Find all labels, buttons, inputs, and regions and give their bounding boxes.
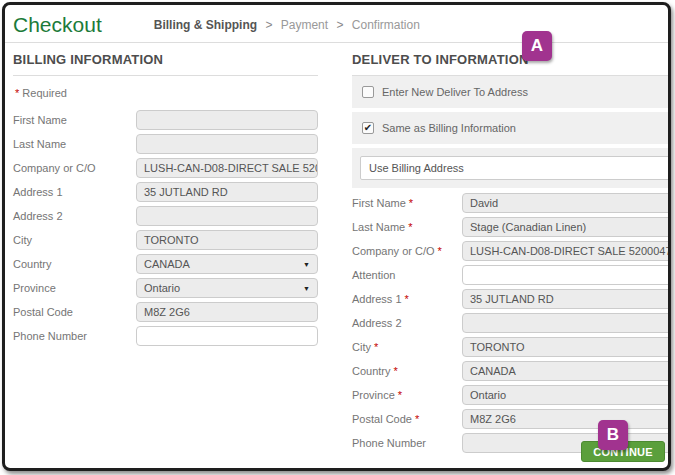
select-caret-icon: ▼ [303, 261, 310, 268]
billing-section: BILLING INFORMATION * Required First Nam… [13, 43, 318, 457]
required-asterisk: * [435, 245, 442, 257]
address-1-value: 35 JUTLAND RD [144, 186, 228, 198]
first-name-label: First Name [13, 114, 136, 126]
form-row: Address 1 *35 JUTLAND RD [352, 289, 671, 309]
required-asterisk: * [371, 341, 378, 353]
form-row: Last Name *Stage (Canadian Linen) [352, 217, 671, 237]
use-billing-address-select[interactable]: Use Billing Address ▾ [360, 156, 671, 180]
required-note-text: Required [22, 87, 67, 99]
required-asterisk: * [412, 413, 419, 425]
postal-code-input[interactable]: M8Z 2G6 [136, 302, 318, 322]
province-select[interactable]: Ontario▼ [462, 385, 671, 405]
form-row: CityTORONTO [13, 230, 318, 250]
form-row: City *TORONTO [352, 337, 671, 357]
form-row: Last Name [13, 134, 318, 154]
checkout-page: Checkout Billing & Shipping > Payment > … [2, 2, 671, 471]
form-row: Company or C/O *LUSH-CAN-D08-DIRECT SALE… [352, 241, 671, 261]
form-row: First Name *David [352, 193, 671, 213]
form-row: Province *Ontario▼ [352, 385, 671, 405]
billing-address-select-wrap: Use Billing Address ▾ [352, 148, 671, 188]
billing-heading: BILLING INFORMATION [13, 52, 318, 67]
country-select[interactable]: CANADA▼ [462, 361, 671, 381]
form-row: Attention [352, 265, 671, 285]
province-label: Province [13, 282, 136, 294]
address-1-value: 35 JUTLAND RD [470, 293, 554, 305]
required-asterisk: * [395, 389, 402, 401]
breadcrumb-separator: > [336, 18, 343, 32]
chevron-down-icon: ▾ [670, 163, 671, 173]
page-title: Checkout [13, 13, 102, 37]
company-or-c-o-input[interactable]: LUSH-CAN-D08-DIRECT SALE 520004719 [136, 158, 318, 178]
breadcrumb-payment[interactable]: Payment [281, 18, 328, 32]
required-asterisk: * [391, 365, 398, 377]
form-row: Address 2 [352, 313, 671, 333]
postal-code-label: Postal Code [13, 306, 136, 318]
form-row: Country *CANADA▼ [352, 361, 671, 381]
form-row: Address 2 [13, 206, 318, 226]
company-or-c-o-label: Company or C/O * [352, 245, 462, 257]
city-label: City * [352, 341, 462, 353]
company-or-c-o-value: LUSH-CAN-D08-DIRECT SALE 520004719 [470, 245, 671, 257]
first-name-input[interactable] [136, 110, 318, 130]
country-select[interactable]: CANADA▼ [136, 254, 318, 274]
country-label: Country * [352, 365, 462, 377]
same-as-billing-option[interactable]: ✔ Same as Billing Information [352, 112, 671, 144]
phone-number-label: Phone Number [13, 330, 136, 342]
country-label: Country [13, 258, 136, 270]
phone-number-label: Phone Number [352, 437, 462, 449]
last-name-input[interactable]: Stage (Canadian Linen) [462, 217, 671, 237]
form-row: Phone Number [13, 326, 318, 346]
form-row: Address 135 JUTLAND RD [13, 182, 318, 202]
form-row: ProvinceOntario▼ [13, 278, 318, 298]
last-name-input[interactable] [136, 134, 318, 154]
country-value: CANADA [470, 365, 516, 377]
select-caret-icon: ▼ [303, 285, 310, 292]
deliver-section: DELIVER TO INFORMATION Enter New Deliver… [352, 43, 671, 457]
phone-number-input[interactable] [136, 326, 318, 346]
city-input[interactable]: TORONTO [462, 337, 671, 357]
company-or-c-o-input[interactable]: LUSH-CAN-D08-DIRECT SALE 520004719 [462, 241, 671, 261]
same-as-billing-checkbox[interactable]: ✔ [362, 122, 374, 134]
annotation-a-badge: A [522, 31, 552, 61]
country-value: CANADA [144, 258, 190, 270]
address-2-label: Address 2 [352, 317, 462, 329]
last-name-label: Last Name [13, 138, 136, 150]
section-divider [13, 75, 318, 76]
breadcrumb-confirmation[interactable]: Confirmation [352, 18, 420, 32]
address-1-label: Address 1 * [352, 293, 462, 305]
annotation-b-badge: B [598, 420, 628, 450]
company-or-c-o-value: LUSH-CAN-D08-DIRECT SALE 520004719 [144, 162, 318, 174]
last-name-label: Last Name * [352, 221, 462, 233]
province-select[interactable]: Ontario▼ [136, 278, 318, 298]
deliver-heading: DELIVER TO INFORMATION [352, 52, 671, 67]
address-1-input[interactable]: 35 JUTLAND RD [462, 289, 671, 309]
first-name-input[interactable]: David [462, 193, 671, 213]
province-value: Ontario [470, 389, 506, 401]
required-note: * Required [15, 87, 318, 99]
first-name-value: David [470, 197, 498, 209]
city-label: City [13, 234, 136, 246]
enter-new-address-label: Enter New Deliver To Address [382, 86, 528, 98]
city-value: TORONTO [470, 341, 525, 353]
address-2-input[interactable] [136, 206, 318, 226]
company-or-c-o-label: Company or C/O [13, 162, 136, 174]
form-row: First Name [13, 110, 318, 130]
breadcrumb: Billing & Shipping > Payment > Confirmat… [154, 18, 420, 32]
address-2-label: Address 2 [13, 210, 136, 222]
page-header: Checkout Billing & Shipping > Payment > … [13, 13, 660, 37]
address-2-input[interactable] [462, 313, 671, 333]
province-label: Province * [352, 389, 462, 401]
province-value: Ontario [144, 282, 180, 294]
enter-new-address-option[interactable]: Enter New Deliver To Address [352, 76, 671, 108]
enter-new-address-checkbox[interactable] [362, 86, 374, 98]
address-1-input[interactable]: 35 JUTLAND RD [136, 182, 318, 202]
postal-code-value: M8Z 2G6 [470, 413, 516, 425]
city-input[interactable]: TORONTO [136, 230, 318, 250]
deliver-fields: First Name *DavidLast Name *Stage (Canad… [352, 193, 671, 453]
required-asterisk: * [402, 293, 409, 305]
postal-code-input[interactable]: M8Z 2G6 [462, 409, 671, 429]
attention-input[interactable] [462, 265, 671, 285]
attention-label: Attention [352, 269, 462, 281]
same-as-billing-label: Same as Billing Information [382, 122, 516, 134]
first-name-label: First Name * [352, 197, 462, 209]
